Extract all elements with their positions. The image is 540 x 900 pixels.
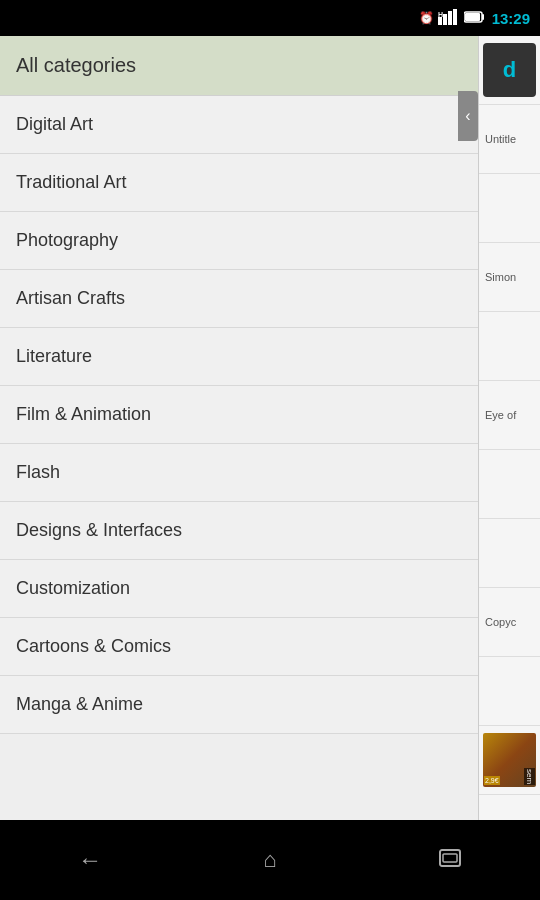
list-item[interactable]: Designs & Interfaces — [0, 502, 478, 560]
right-panel-item[interactable]: Copyc — [479, 588, 540, 657]
right-item-eye-label: Eye of — [483, 405, 518, 425]
alarm-icon: ⏰ — [419, 11, 434, 25]
thumb-text: sem — [524, 768, 535, 785]
panel-toggle-arrow[interactable]: ‹ — [458, 91, 478, 141]
right-panel-item[interactable]: Eye of — [479, 381, 540, 450]
list-item[interactable]: Manga & Anime — [0, 676, 478, 734]
app-logo: d — [483, 43, 536, 97]
chevron-left-icon: ‹ — [465, 107, 470, 125]
svg-rect-1 — [443, 14, 447, 25]
status-icons: ⏰ H 13:29 — [419, 9, 530, 28]
category-label: Film & Animation — [16, 404, 151, 424]
category-label: Artisan Crafts — [16, 288, 125, 308]
thumbnail: sem 2,9€ — [483, 733, 536, 787]
signal-icon: H — [438, 9, 460, 28]
list-item[interactable]: Cartoons & Comics — [0, 618, 478, 676]
svg-rect-7 — [465, 13, 480, 21]
right-item-label: Untitle — [483, 129, 518, 149]
nav-bar: ← ⌂ — [0, 820, 540, 900]
list-item[interactable]: Digital Art — [0, 96, 478, 154]
category-label: Customization — [16, 578, 130, 598]
svg-rect-9 — [443, 854, 457, 862]
all-categories-header[interactable]: All categories — [0, 36, 478, 96]
battery-icon — [464, 10, 484, 27]
svg-rect-2 — [448, 11, 452, 25]
main-container: All categories Digital Art Traditional A… — [0, 36, 540, 900]
status-bar: ⏰ H 13:29 — [0, 0, 540, 36]
right-panel-item[interactable]: Untitle — [479, 105, 540, 174]
right-item-label: Simon — [483, 267, 518, 287]
right-panel-item[interactable] — [479, 174, 540, 243]
right-panel-item[interactable] — [479, 519, 540, 588]
svg-rect-6 — [482, 14, 484, 20]
logo-letter: d — [503, 57, 516, 83]
status-time: 13:29 — [492, 10, 530, 27]
svg-text:H: H — [438, 11, 443, 18]
home-button[interactable]: ⌂ — [240, 830, 300, 890]
category-label: Manga & Anime — [16, 694, 143, 714]
right-panel-item[interactable] — [479, 657, 540, 726]
list-item[interactable]: Photography — [0, 212, 478, 270]
right-panel: d Untitle Simon Eye of Copyc — [478, 36, 540, 856]
list-item[interactable]: Customization — [0, 560, 478, 618]
right-panel-item[interactable]: d — [479, 36, 540, 105]
all-categories-label: All categories — [16, 54, 136, 76]
category-label: Digital Art — [16, 114, 93, 134]
list-item[interactable]: Literature — [0, 328, 478, 386]
category-label: Designs & Interfaces — [16, 520, 182, 540]
svg-rect-3 — [453, 9, 457, 25]
home-icon: ⌂ — [263, 847, 276, 873]
category-label: Flash — [16, 462, 60, 482]
category-label: Photography — [16, 230, 118, 250]
list-item[interactable]: Film & Animation — [0, 386, 478, 444]
right-panel-item[interactable] — [479, 312, 540, 381]
right-item-label: Copyc — [483, 612, 518, 632]
list-item[interactable]: Artisan Crafts — [0, 270, 478, 328]
category-label: Traditional Art — [16, 172, 126, 192]
price-badge: 2,9€ — [484, 776, 500, 785]
recents-button[interactable] — [420, 830, 480, 890]
back-icon: ← — [78, 846, 102, 874]
category-label: Cartoons & Comics — [16, 636, 171, 656]
list-item[interactable]: Traditional Art — [0, 154, 478, 212]
right-panel-item[interactable] — [479, 450, 540, 519]
back-button[interactable]: ← — [60, 830, 120, 890]
category-label: Literature — [16, 346, 92, 366]
categories-panel: All categories Digital Art Traditional A… — [0, 36, 478, 856]
list-item[interactable]: Flash — [0, 444, 478, 502]
svg-rect-0 — [438, 17, 442, 25]
right-panel-item[interactable]: Simon — [479, 243, 540, 312]
recents-icon — [438, 846, 462, 874]
right-panel-item[interactable]: sem 2,9€ — [479, 726, 540, 795]
